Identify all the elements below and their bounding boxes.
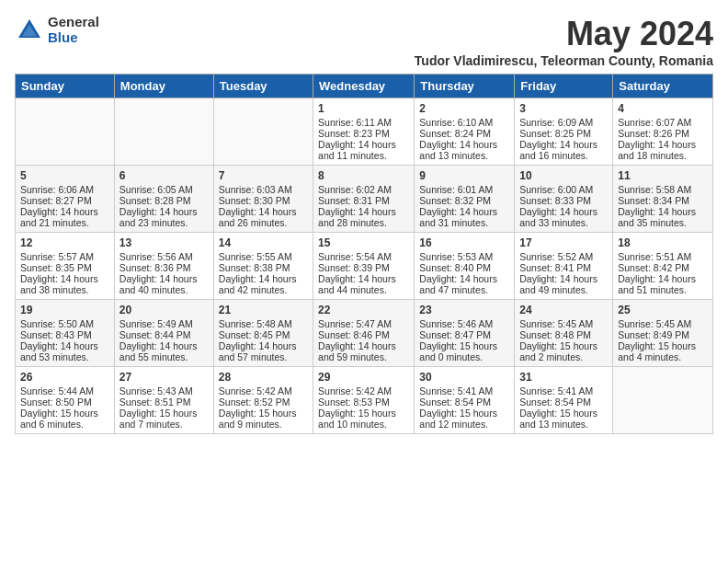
- day-info-line: Sunset: 8:51 PM: [119, 396, 209, 408]
- day-info-line: Sunset: 8:38 PM: [219, 262, 308, 273]
- weekday-header: Saturday: [613, 75, 713, 98]
- weekday-header: Tuesday: [213, 75, 313, 98]
- day-info-line: Sunrise: 6:01 AM: [419, 184, 509, 195]
- calendar-cell: 3Sunrise: 6:09 AMSunset: 8:25 PMDaylight…: [515, 98, 613, 166]
- calendar-cell: 19Sunrise: 5:50 AMSunset: 8:43 PMDayligh…: [16, 300, 115, 367]
- day-number: 24: [519, 304, 608, 316]
- day-info-line: Daylight: 15 hours: [219, 408, 308, 419]
- calendar-cell: 22Sunrise: 5:47 AMSunset: 8:46 PMDayligh…: [313, 300, 415, 367]
- day-info-line: Sunset: 8:43 PM: [20, 329, 109, 340]
- calendar-cell: 13Sunrise: 5:56 AMSunset: 8:36 PMDayligh…: [114, 233, 213, 300]
- calendar-cell: 27Sunrise: 5:43 AMSunset: 8:51 PMDayligh…: [114, 367, 213, 434]
- day-info-line: Daylight: 14 hours: [219, 340, 308, 351]
- day-number: 26: [20, 371, 109, 384]
- day-info-line: Daylight: 14 hours: [219, 206, 308, 217]
- weekday-header-row: SundayMondayTuesdayWednesdayThursdayFrid…: [16, 75, 713, 98]
- day-number: 3: [519, 102, 608, 115]
- day-info-line: Sunset: 8:41 PM: [519, 262, 608, 273]
- day-info-line: Sunrise: 5:51 AM: [618, 251, 708, 262]
- logo-blue: Blue: [48, 30, 99, 46]
- day-info-line: Sunset: 8:32 PM: [419, 195, 509, 206]
- calendar-cell: 10Sunrise: 6:00 AMSunset: 8:33 PMDayligh…: [515, 166, 613, 233]
- day-info-line: Sunrise: 5:56 AM: [119, 251, 209, 262]
- day-info-line: Sunrise: 6:03 AM: [219, 184, 308, 195]
- day-info-line: Daylight: 14 hours: [119, 206, 209, 217]
- day-number: 29: [318, 371, 409, 384]
- day-info-line: and 40 minutes.: [119, 284, 209, 295]
- day-info-line: and 12 minutes.: [419, 419, 509, 430]
- day-info-line: Sunset: 8:26 PM: [618, 128, 708, 139]
- calendar-cell: [16, 98, 115, 166]
- day-number: 28: [219, 371, 308, 384]
- day-info-line: and 53 minutes.: [20, 351, 109, 362]
- logo: General Blue: [15, 15, 99, 45]
- day-info-line: Sunset: 8:54 PM: [419, 396, 509, 408]
- weekday-header: Monday: [114, 75, 213, 98]
- day-info-line: Sunset: 8:46 PM: [318, 329, 409, 340]
- day-info-line: Daylight: 15 hours: [419, 340, 509, 351]
- day-info-line: Sunrise: 6:09 AM: [519, 117, 608, 128]
- page-header: General Blue May 2024 Tudor Vladimirescu…: [15, 15, 713, 68]
- day-info-line: Sunset: 8:42 PM: [618, 262, 708, 273]
- weekday-header: Wednesday: [313, 75, 415, 98]
- day-number: 8: [318, 169, 409, 182]
- calendar-cell: 17Sunrise: 5:52 AMSunset: 8:41 PMDayligh…: [515, 233, 613, 300]
- day-info-line: and 18 minutes.: [618, 150, 708, 161]
- day-number: 9: [419, 169, 509, 182]
- day-info-line: and 55 minutes.: [119, 351, 209, 362]
- day-info-line: and 51 minutes.: [618, 284, 708, 295]
- calendar-week-row: 5Sunrise: 6:06 AMSunset: 8:27 PMDaylight…: [16, 166, 713, 233]
- day-info-line: Sunset: 8:49 PM: [618, 329, 708, 340]
- day-info-line: Sunrise: 6:11 AM: [318, 117, 409, 128]
- day-info-line: Sunrise: 6:07 AM: [618, 117, 708, 128]
- day-info-line: Sunset: 8:33 PM: [519, 195, 608, 206]
- day-info-line: and 23 minutes.: [119, 217, 209, 228]
- day-info-line: and 47 minutes.: [419, 284, 509, 295]
- day-info-line: Daylight: 15 hours: [519, 408, 608, 419]
- day-info-line: Daylight: 14 hours: [20, 206, 109, 217]
- day-info-line: Sunrise: 5:49 AM: [119, 318, 209, 329]
- calendar-cell: 2Sunrise: 6:10 AMSunset: 8:24 PMDaylight…: [415, 98, 515, 166]
- day-number: 21: [219, 304, 308, 316]
- day-info-line: Sunrise: 6:06 AM: [20, 184, 109, 195]
- day-info-line: and 26 minutes.: [219, 217, 308, 228]
- day-number: 19: [20, 304, 109, 316]
- title-block: May 2024 Tudor Vladimirescu, Teleorman C…: [415, 15, 713, 68]
- day-info-line: Sunrise: 6:02 AM: [318, 184, 409, 195]
- day-info-line: Sunset: 8:23 PM: [318, 128, 409, 139]
- day-number: 11: [618, 169, 708, 182]
- day-info-line: Daylight: 14 hours: [20, 273, 109, 284]
- day-info-line: Sunrise: 5:41 AM: [519, 385, 608, 396]
- day-info-line: Sunset: 8:45 PM: [219, 329, 308, 340]
- day-info-line: Sunset: 8:54 PM: [519, 396, 608, 408]
- day-info-line: and 16 minutes.: [519, 150, 608, 161]
- calendar-cell: 7Sunrise: 6:03 AMSunset: 8:30 PMDaylight…: [213, 166, 313, 233]
- day-info-line: Daylight: 14 hours: [519, 206, 608, 217]
- day-info-line: and 31 minutes.: [419, 217, 509, 228]
- day-info-line: Daylight: 15 hours: [318, 408, 409, 419]
- day-info-line: Sunrise: 5:58 AM: [618, 184, 708, 195]
- calendar-cell: 12Sunrise: 5:57 AMSunset: 8:35 PMDayligh…: [16, 233, 115, 300]
- day-info-line: Sunset: 8:47 PM: [419, 329, 509, 340]
- day-info-line: Daylight: 14 hours: [519, 139, 608, 150]
- calendar-cell: 11Sunrise: 5:58 AMSunset: 8:34 PMDayligh…: [613, 166, 713, 233]
- day-info-line: Sunrise: 5:50 AM: [20, 318, 109, 329]
- calendar-cell: 25Sunrise: 5:45 AMSunset: 8:49 PMDayligh…: [613, 300, 713, 367]
- logo-icon: [15, 16, 44, 45]
- day-info-line: and 10 minutes.: [318, 419, 409, 430]
- day-info-line: Daylight: 14 hours: [519, 273, 608, 284]
- calendar-cell: 5Sunrise: 6:06 AMSunset: 8:27 PMDaylight…: [16, 166, 115, 233]
- calendar-table: SundayMondayTuesdayWednesdayThursdayFrid…: [15, 74, 713, 434]
- day-info-line: Daylight: 15 hours: [119, 408, 209, 419]
- day-info-line: and 9 minutes.: [219, 419, 308, 430]
- day-info-line: Sunrise: 5:45 AM: [519, 318, 608, 329]
- calendar-cell: 4Sunrise: 6:07 AMSunset: 8:26 PMDaylight…: [613, 98, 713, 166]
- day-info-line: Sunset: 8:52 PM: [219, 396, 308, 408]
- day-info-line: and 11 minutes.: [318, 150, 409, 161]
- day-info-line: Sunrise: 5:55 AM: [219, 251, 308, 262]
- day-info-line: Daylight: 15 hours: [519, 340, 608, 351]
- day-info-line: and 42 minutes.: [219, 284, 308, 295]
- day-info-line: Sunset: 8:39 PM: [318, 262, 409, 273]
- day-info-line: Sunrise: 5:46 AM: [419, 318, 509, 329]
- day-info-line: Sunrise: 5:43 AM: [119, 385, 209, 396]
